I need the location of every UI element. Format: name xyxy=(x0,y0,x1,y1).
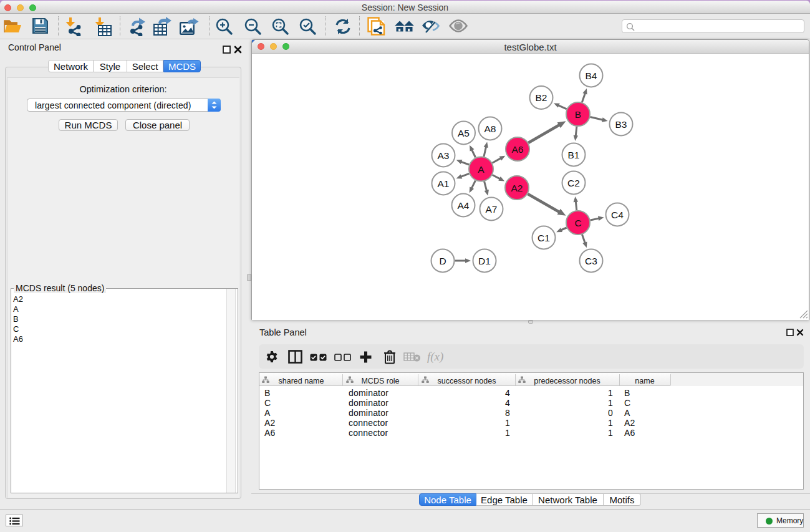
svg-text:A4: A4 xyxy=(458,200,470,211)
svg-text:C2: C2 xyxy=(567,178,580,188)
svg-text:B4: B4 xyxy=(586,70,597,81)
svg-text:D: D xyxy=(439,256,446,266)
svg-text:B2: B2 xyxy=(536,92,547,103)
svg-text:A5: A5 xyxy=(458,128,470,138)
svg-text:A1: A1 xyxy=(438,178,450,189)
svg-text:C: C xyxy=(574,218,581,228)
svg-text:A2: A2 xyxy=(511,183,523,193)
svg-text:C4: C4 xyxy=(611,210,624,220)
svg-text:A8: A8 xyxy=(485,123,496,134)
svg-text:f(x): f(x) xyxy=(427,351,443,364)
svg-text:B1: B1 xyxy=(568,150,580,160)
svg-text:A3: A3 xyxy=(438,150,450,161)
svg-text:C1: C1 xyxy=(538,233,550,243)
svg-text:C3: C3 xyxy=(585,256,597,266)
svg-text:A: A xyxy=(478,164,485,175)
svg-text:B3: B3 xyxy=(615,119,627,130)
svg-text:A6: A6 xyxy=(512,144,524,155)
svg-text:B: B xyxy=(575,109,581,120)
svg-text:D1: D1 xyxy=(478,256,491,266)
svg-text:A7: A7 xyxy=(486,204,498,215)
